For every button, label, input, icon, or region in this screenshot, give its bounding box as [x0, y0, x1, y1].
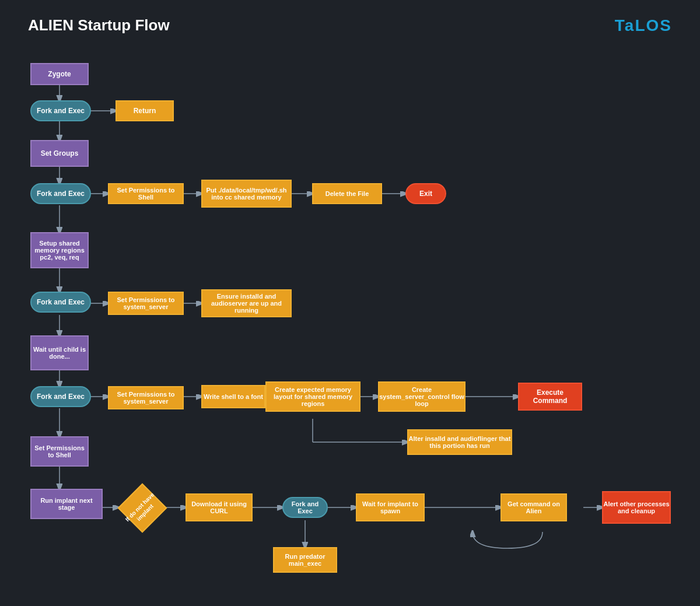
logo: TaLOS	[615, 16, 672, 35]
fork-exec-3-node: Fork and Exec	[30, 292, 91, 313]
ensure-install-node: Ensure installd and audioserver are up a…	[201, 289, 292, 317]
set-perm-shell-node: Set Permissions to Shell	[108, 183, 184, 204]
get-command-node: Get command on Alien	[501, 493, 567, 521]
create-system-node: Create system_server_control flow loop	[378, 381, 466, 412]
set-perm-sys1-node: Set Permissions to system_server	[108, 292, 184, 315]
diagram-container: ALIEN Startup Flow TaLOS	[0, 0, 700, 606]
page-title: ALIEN Startup Flow	[28, 16, 170, 34]
arrows-svg	[0, 0, 700, 606]
fork-exec-5-node: Fork and Exec	[282, 497, 328, 518]
if-no-implant-node: If do not have implant	[118, 489, 167, 527]
set-groups-node: Set Groups	[30, 140, 89, 167]
execute-cmd-node: Execute Command	[518, 383, 582, 411]
return-node: Return	[116, 100, 174, 121]
download-curl-node: Download it using CURL	[186, 493, 253, 521]
fork-exec-4-node: Fork and Exec	[30, 386, 91, 407]
run-implant-node: Run implant next stage	[30, 489, 103, 519]
fork-exec-1-node: Fork and Exec	[30, 100, 91, 121]
exit-node: Exit	[405, 183, 446, 204]
run-predator-node: Run predator main_exec	[273, 547, 337, 573]
alter-insald-node: Alter insalld and audioflinger that this…	[407, 429, 512, 455]
zygote-node: Zygote	[30, 63, 89, 85]
wait-child-node: Wait until child is done...	[30, 335, 89, 370]
set-perm-shell2-node: Set Permissions to Shell	[30, 436, 89, 467]
set-perm-sys2-node: Set Permissions to system_server	[108, 386, 184, 409]
put-data-node: Put ./data/local/tmp/wd/.sh into cc shar…	[201, 180, 292, 208]
fork-exec-2-node: Fork and Exec	[30, 183, 91, 204]
create-memory-node: Create expected memory layout for shared…	[265, 381, 360, 412]
delete-file-node: Delete the File	[312, 183, 382, 204]
wait-implant-node: Wait for implant to spawn	[356, 493, 425, 521]
setup-shared-node: Setup shared memory regions pc2, veq, re…	[30, 232, 89, 268]
alert-other-node: Alert other processes and cleanup	[602, 491, 671, 524]
write-shell-node: Write shell to a font	[201, 385, 265, 408]
